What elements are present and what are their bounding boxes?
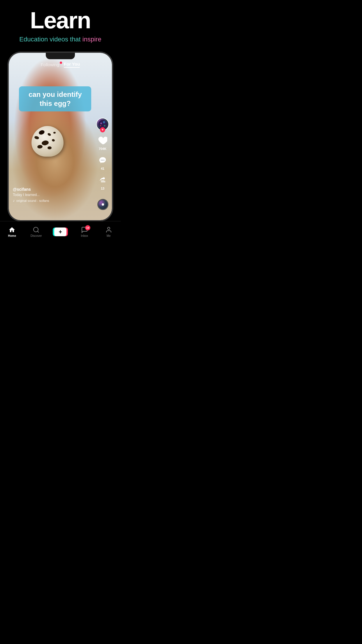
egg-spot bbox=[37, 145, 43, 149]
right-actions: + 704K bbox=[96, 118, 109, 190]
video-caption-box: can you identify this egg? bbox=[19, 86, 91, 111]
video-description: Today I learned... bbox=[13, 193, 49, 197]
egg-spot bbox=[52, 139, 55, 142]
svg-point-8 bbox=[34, 227, 38, 232]
plus-sign: + bbox=[59, 229, 62, 235]
egg-shape bbox=[31, 126, 64, 157]
svg-point-1 bbox=[100, 123, 102, 124]
nav-item-home[interactable]: Home bbox=[0, 226, 24, 237]
me-nav-label: Me bbox=[107, 234, 111, 237]
home-nav-label: Home bbox=[8, 234, 16, 237]
create-button[interactable]: + bbox=[53, 227, 67, 237]
spinning-record[interactable] bbox=[97, 199, 108, 210]
follow-plus-button[interactable]: + bbox=[100, 127, 105, 132]
svg-point-10 bbox=[108, 227, 110, 230]
music-info[interactable]: ♪ original sound - scifans bbox=[13, 199, 49, 203]
notification-dot bbox=[60, 62, 62, 64]
nav-item-me[interactable]: Me bbox=[96, 226, 121, 237]
comment-icon bbox=[97, 155, 108, 166]
page-wrapper: Learn Education videos that inspire bbox=[0, 0, 121, 242]
egg-spot bbox=[41, 140, 49, 146]
tab-for-you[interactable]: For You bbox=[64, 62, 80, 68]
share-icon bbox=[97, 174, 108, 186]
music-text: original sound - scifans bbox=[16, 199, 49, 202]
nav-item-discover[interactable]: Discover bbox=[24, 226, 48, 237]
plus-bg-white: + bbox=[54, 228, 66, 236]
phone-screen: Following For You can you identify this … bbox=[9, 53, 112, 220]
inbox-icon-wrapper: 19 bbox=[81, 226, 88, 233]
like-button[interactable]: 704K bbox=[97, 135, 108, 150]
subtitle-highlight: inspire bbox=[82, 36, 101, 43]
home-icon bbox=[8, 226, 15, 233]
egg-spot bbox=[34, 136, 39, 140]
bottom-user-info: @scifans Today I learned... ♪ original s… bbox=[13, 187, 49, 203]
comment-count: 41 bbox=[101, 167, 104, 170]
like-count: 704K bbox=[99, 147, 106, 150]
svg-point-7 bbox=[103, 160, 104, 160]
svg-point-3 bbox=[100, 125, 101, 126]
svg-line-9 bbox=[38, 231, 39, 232]
svg-point-6 bbox=[102, 160, 103, 160]
inbox-nav-label: Inbox bbox=[81, 234, 88, 237]
egg-spot bbox=[38, 130, 45, 135]
svg-point-5 bbox=[101, 160, 102, 160]
share-count: 13 bbox=[101, 187, 104, 190]
nav-item-create[interactable]: + bbox=[48, 227, 73, 237]
egg-spot bbox=[48, 146, 52, 149]
phone-notch bbox=[46, 53, 75, 59]
phone-mockup: Following For You can you identify this … bbox=[8, 52, 113, 221]
discover-nav-label: Discover bbox=[31, 234, 42, 237]
creator-avatar[interactable]: + bbox=[96, 118, 109, 131]
egg-visual bbox=[31, 126, 69, 157]
learn-title: Learn bbox=[6, 9, 115, 32]
subtitle: Education videos that inspire bbox=[6, 36, 115, 43]
comment-button[interactable]: 41 bbox=[97, 155, 108, 170]
inbox-badge: 19 bbox=[85, 225, 90, 230]
me-icon bbox=[105, 226, 112, 233]
egg-spot bbox=[53, 132, 56, 134]
svg-point-2 bbox=[103, 121, 105, 123]
share-button[interactable]: 13 bbox=[97, 174, 108, 190]
top-tab-bar: Following For You bbox=[9, 62, 112, 68]
music-note-icon: ♪ bbox=[13, 199, 15, 203]
bottom-navigation: Home Discover + bbox=[0, 221, 121, 242]
svg-point-4 bbox=[104, 125, 106, 127]
username[interactable]: @scifans bbox=[13, 187, 49, 192]
discover-icon bbox=[33, 226, 40, 233]
headline-section: Learn Education videos that inspire bbox=[0, 0, 121, 49]
tab-following[interactable]: Following bbox=[41, 62, 59, 67]
video-caption-text: can you identify this egg? bbox=[24, 90, 87, 108]
egg-spot bbox=[47, 132, 51, 136]
subtitle-plain: Education videos that bbox=[19, 36, 82, 43]
nav-item-inbox[interactable]: 19 Inbox bbox=[72, 226, 96, 237]
heart-icon bbox=[97, 135, 108, 146]
